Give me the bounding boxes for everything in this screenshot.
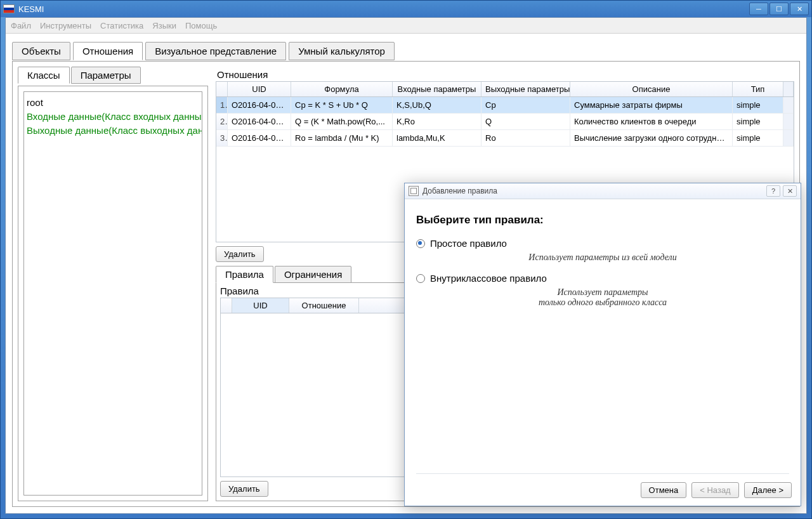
hint-class: Использует параметры только одного выбра… — [416, 287, 789, 308]
dialog-icon — [409, 186, 419, 196]
tree-output-data[interactable]: Выходные данные(Класс выходных данных) — [27, 124, 199, 138]
cell-in[interactable]: K,Ro — [393, 114, 481, 129]
cell-uid[interactable]: O2016-04-01... — [228, 130, 291, 146]
radio-class-rule[interactable]: Внутриклассовое правило — [416, 273, 789, 284]
cell-desc[interactable]: Вычисление загрузки одного сотрудника — [570, 130, 733, 146]
cell-type[interactable]: simple — [733, 130, 783, 146]
cell-uid[interactable]: O2016-04-01... — [228, 114, 291, 129]
radio-icon — [416, 239, 425, 248]
tab-rules[interactable]: Правила — [216, 266, 273, 283]
row-number: 2 — [216, 114, 228, 129]
col-formula[interactable]: Формула — [291, 82, 393, 96]
add-rule-dialog: Добавление правила ? ✕ Выберите тип прав… — [404, 183, 801, 506]
row-number: 1 — [216, 97, 228, 113]
table-row[interactable]: 2 O2016-04-01... Q = (K * Math.pow(Ro,..… — [216, 114, 794, 130]
minimize-button[interactable]: ─ — [749, 3, 768, 15]
delete-relation-button[interactable]: Удалить — [216, 246, 264, 262]
cell-out[interactable]: Ro — [481, 130, 570, 146]
tab-visual[interactable]: Визуальное представление — [145, 42, 286, 60]
grid-scroll-corner — [783, 82, 794, 96]
radio-class-label: Внутриклассовое правило — [430, 273, 547, 284]
hint-simple: Использует параметры из всей модели — [416, 253, 789, 263]
cell-out[interactable]: Q — [481, 114, 570, 129]
row-number: 3 — [216, 130, 228, 146]
tree-input-data[interactable]: Входные данные(Класс входных данных) — [27, 110, 199, 124]
cell-uid[interactable]: O2016-04-01... — [228, 97, 291, 113]
close-button[interactable]: ✕ — [790, 3, 809, 15]
subtab-params[interactable]: Параметры — [71, 67, 141, 84]
dialog-separator — [416, 473, 789, 474]
menu-help[interactable]: Помощь — [185, 21, 217, 30]
cell-type[interactable]: simple — [733, 114, 783, 129]
col-uid[interactable]: UID — [228, 82, 291, 96]
cell-formula[interactable]: Cp = K * S + Ub * Q — [291, 97, 393, 113]
cell-type[interactable]: simple — [733, 97, 783, 113]
cell-in[interactable]: K,S,Ub,Q — [393, 97, 481, 113]
tree-root[interactable]: root — [27, 96, 199, 110]
col-uid[interactable]: UID — [232, 298, 289, 313]
dialog-help-button[interactable]: ? — [766, 185, 780, 197]
menubar: Файл Инструменты Статистика Языки Помощь — [6, 18, 806, 34]
maximize-button[interactable]: ☐ — [769, 3, 789, 15]
tab-constraints[interactable]: Ограничения — [275, 266, 351, 283]
cell-desc[interactable]: Суммарные затраты фирмы — [570, 97, 733, 113]
menu-tools[interactable]: Инструменты — [40, 21, 91, 30]
table-row[interactable]: 3 O2016-04-01... Ro = lambda / (Mu * K) … — [216, 130, 794, 147]
delete-rule-button[interactable]: Удалить — [220, 481, 268, 497]
dialog-body: Выберите тип правила: Простое правило Ис… — [416, 209, 789, 469]
dialog-heading: Выберите тип правила: — [416, 214, 789, 227]
col-type[interactable]: Тип — [733, 82, 783, 96]
back-button[interactable]: < Назад — [691, 482, 738, 498]
tab-relations[interactable]: Отношения — [73, 42, 143, 60]
titlebar: KESMI ─ ☐ ✕ — [1, 1, 811, 17]
col-rownum[interactable] — [216, 82, 228, 96]
class-tree[interactable]: root Входные данные(Класс входных данных… — [23, 91, 202, 496]
tree-container: root Входные данные(Класс входных данных… — [18, 86, 208, 501]
tab-objects[interactable]: Объекты — [12, 42, 70, 60]
dialog-close-button[interactable]: ✕ — [783, 185, 797, 197]
subtab-classes[interactable]: Классы — [18, 67, 70, 84]
menu-stats[interactable]: Статистика — [100, 21, 143, 30]
dialog-title: Добавление правила — [422, 187, 497, 195]
col-rownum[interactable] — [221, 298, 232, 313]
cell-formula[interactable]: Q = (K * Math.pow(Ro,... — [291, 114, 393, 129]
cell-out[interactable]: Cp — [481, 97, 570, 113]
col-input-params[interactable]: Входные параметры — [393, 82, 481, 96]
col-output-params[interactable]: Выходные параметры — [481, 82, 570, 96]
tab-calculator[interactable]: Умный калькулятор — [289, 42, 395, 60]
cancel-button[interactable]: Отмена — [641, 482, 687, 498]
menu-langs[interactable]: Языки — [152, 21, 176, 30]
window-title: KESMI — [18, 4, 749, 14]
cell-in[interactable]: lambda,Mu,K — [393, 130, 481, 146]
app-flag-icon — [3, 4, 15, 13]
relations-header: UID Формула Входные параметры Выходные п… — [216, 82, 794, 97]
next-button[interactable]: Далее > — [744, 482, 792, 498]
col-description[interactable]: Описание — [570, 82, 733, 96]
radio-simple-label: Простое правило — [430, 238, 507, 249]
dialog-titlebar: Добавление правила ? ✕ — [405, 183, 801, 199]
relations-label: Отношения — [217, 69, 794, 80]
left-panel: Классы Параметры root Входные данные(Кла… — [18, 67, 208, 501]
cell-desc[interactable]: Количество клиентов в очереди — [570, 114, 733, 129]
radio-icon — [416, 274, 425, 283]
col-relation[interactable]: Отношение — [289, 298, 359, 313]
table-row[interactable]: 1 O2016-04-01... Cp = K * S + Ub * Q K,S… — [216, 97, 794, 114]
menu-file[interactable]: Файл — [11, 21, 31, 30]
radio-simple-rule[interactable]: Простое правило — [416, 238, 789, 249]
cell-formula[interactable]: Ro = lambda / (Mu * K) — [291, 130, 393, 146]
dialog-buttons: Отмена < Назад Далее > — [641, 482, 792, 498]
